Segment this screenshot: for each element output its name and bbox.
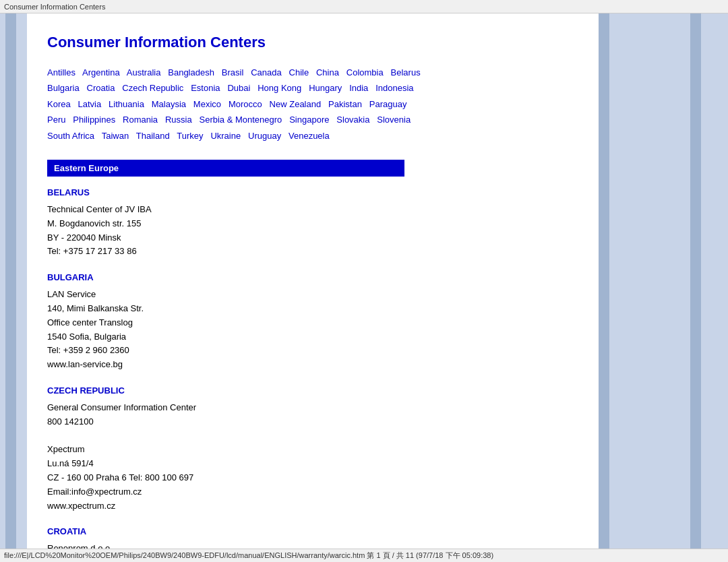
link-russia[interactable]: Russia — [165, 115, 192, 125]
country-title-czech-republic: CZECH REPUBLIC — [47, 385, 578, 396]
link-antilles[interactable]: Antilles — [47, 67, 75, 77]
link-singapore[interactable]: Singapore — [289, 115, 329, 125]
link-croatia[interactable]: Croatia — [87, 83, 115, 93]
link-malaysia[interactable]: Malaysia — [152, 99, 186, 109]
section-header: Eastern Europe — [47, 160, 404, 177]
link-argentina[interactable]: Argentina — [82, 67, 120, 77]
link-serbia-montenegro[interactable]: Serbia & Montenegro — [200, 115, 282, 125]
link-korea[interactable]: Korea — [47, 99, 71, 109]
link-belarus[interactable]: Belarus — [391, 67, 421, 77]
right-sidebar-gap — [609, 13, 690, 562]
link-venezuela[interactable]: Venezuela — [289, 131, 330, 141]
page-title: Consumer Information Centers — [47, 34, 578, 51]
link-indonesia[interactable]: Indonesia — [375, 83, 413, 93]
link-bangladesh[interactable]: Bangladesh — [168, 67, 214, 77]
link-slovakia[interactable]: Slovakia — [336, 115, 369, 125]
link-estonia[interactable]: Estonia — [191, 83, 220, 93]
country-block-belarus: BELARUS Technical Center of JV IBA M. Bo… — [47, 187, 578, 259]
link-china[interactable]: China — [316, 67, 339, 77]
main-content: Consumer Information Centers Antilles Ar… — [27, 13, 599, 562]
right-sidebar-bar — [599, 13, 609, 562]
link-latvia[interactable]: Latvia — [78, 99, 102, 109]
link-india[interactable]: India — [349, 83, 368, 93]
link-bulgaria[interactable]: Bulgaria — [47, 83, 80, 93]
title-bar-text: Consumer Information Centers — [4, 3, 105, 11]
link-dubai[interactable]: Dubai — [227, 83, 250, 93]
left-sidebar-inner — [5, 13, 16, 562]
country-info-bulgaria: LAN Service 140, Mimi Balkanska Str. Off… — [47, 288, 578, 372]
link-colombia[interactable]: Colombia — [346, 67, 384, 77]
country-block-czech-republic: CZECH REPUBLIC General Consumer Informat… — [47, 385, 578, 513]
link-taiwan[interactable]: Taiwan — [102, 131, 129, 141]
far-right-bar — [690, 13, 701, 562]
link-canada[interactable]: Canada — [251, 67, 282, 77]
link-paraguay[interactable]: Paraguay — [369, 99, 407, 109]
link-hong-kong[interactable]: Hong Kong — [257, 83, 301, 93]
link-new-zealand[interactable]: New Zealand — [270, 99, 322, 109]
link-lithuania[interactable]: Lithuania — [109, 99, 144, 109]
far-right-extra — [701, 13, 728, 562]
link-mexico[interactable]: Mexico — [193, 99, 221, 109]
link-slovenia[interactable]: Slovenia — [377, 115, 411, 125]
link-pakistan[interactable]: Pakistan — [328, 99, 362, 109]
title-bar: Consumer Information Centers — [0, 0, 728, 13]
links-section: Antilles Argentina Australia Bangladesh … — [47, 65, 578, 144]
link-uruguay[interactable]: Uruguay — [248, 131, 281, 141]
link-australia[interactable]: Australia — [127, 67, 161, 77]
country-info-belarus: Technical Center of JV IBA M. Bogdanovic… — [47, 203, 578, 259]
status-bar: file:///E|/LCD%20Monitor%20OEM/Philips/2… — [0, 549, 728, 562]
link-czech-republic[interactable]: Czech Republic — [122, 83, 183, 93]
link-peru[interactable]: Peru — [47, 115, 65, 125]
country-title-belarus: BELARUS — [47, 187, 578, 197]
link-chile[interactable]: Chile — [289, 67, 309, 77]
link-brasil[interactable]: Brasil — [222, 67, 244, 77]
country-block-bulgaria: BULGARIA LAN Service 140, Mimi Balkanska… — [47, 272, 578, 372]
link-romania[interactable]: Romania — [123, 115, 158, 125]
country-title-croatia: CROATIA — [47, 526, 578, 536]
link-philippines[interactable]: Philippines — [73, 115, 115, 125]
link-morocco[interactable]: Morocco — [229, 99, 262, 109]
link-ukraine[interactable]: Ukraine — [210, 131, 241, 141]
left-sidebar — [0, 13, 27, 562]
country-title-bulgaria: BULGARIA — [47, 272, 578, 282]
status-bar-text: file:///E|/LCD%20Monitor%20OEM/Philips/2… — [4, 551, 493, 561]
link-thailand[interactable]: Thailand — [136, 131, 170, 141]
country-info-czech-republic: General Consumer Information Center 800 … — [47, 401, 578, 513]
link-hungary[interactable]: Hungary — [309, 83, 342, 93]
link-turkey[interactable]: Turkey — [177, 131, 203, 141]
link-south-africa[interactable]: South Africa — [47, 131, 94, 141]
